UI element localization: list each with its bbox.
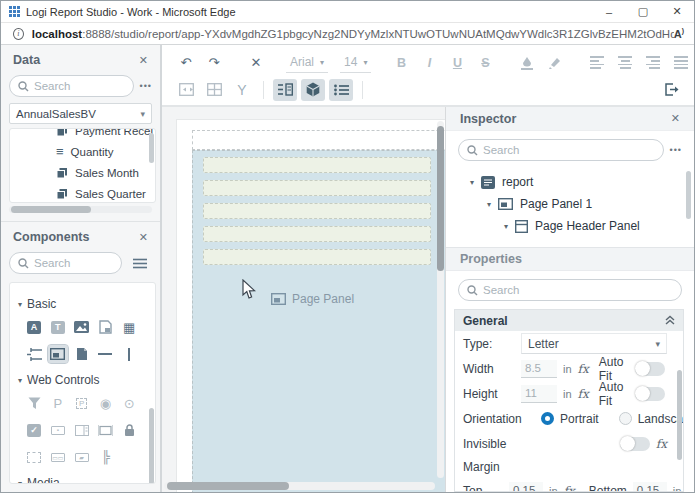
data-list-vscrollbar[interactable]	[149, 133, 154, 163]
justify-button[interactable]	[669, 52, 693, 74]
fill-color-button[interactable]	[515, 52, 539, 74]
align-center-button[interactable]	[613, 52, 637, 74]
panel-control[interactable]	[24, 448, 44, 466]
tree-node-report[interactable]: ▾ report	[446, 171, 694, 193]
maximize-button[interactable]: ▢	[626, 1, 660, 22]
data-field-quantity[interactable]: ≡ Quantity	[10, 141, 155, 162]
data-panel-close-icon[interactable]: ✕	[139, 54, 148, 67]
align-left-button[interactable]	[585, 52, 609, 74]
header-row[interactable]	[203, 249, 431, 265]
data-field-sales-quarter[interactable]: Sales Quarter	[10, 183, 155, 203]
components-menu-icon[interactable]	[128, 252, 152, 274]
radio-button-control[interactable]: ⊙	[119, 394, 139, 412]
close-window-button[interactable]: ✕	[660, 1, 694, 22]
underline-button[interactable]: U	[445, 52, 469, 74]
undo-button[interactable]: ↶	[174, 52, 198, 74]
tree-vscrollbar[interactable]	[686, 171, 691, 219]
banded-object-component[interactable]	[24, 345, 44, 363]
listbox-control[interactable]	[72, 421, 92, 439]
inspector-more-button[interactable]: •••	[670, 145, 682, 155]
page-header-band[interactable]	[192, 130, 445, 150]
canvas-vscrollbar[interactable]	[437, 121, 444, 478]
italic-button[interactable]: I	[417, 52, 441, 74]
textbox-control[interactable]: ▪	[48, 421, 68, 439]
width-autofit-toggle[interactable]	[635, 362, 665, 376]
bold-button[interactable]: B	[389, 52, 413, 74]
properties-search-input[interactable]	[458, 279, 682, 301]
fx-formula-icon[interactable]: fx	[578, 387, 589, 401]
redo-button[interactable]: ↷	[202, 52, 226, 74]
page-panel-component-selected[interactable]	[48, 345, 68, 363]
filter-button[interactable]: Y	[230, 79, 254, 101]
split-cells-button[interactable]	[202, 79, 226, 101]
strikethrough-button[interactable]: S	[473, 52, 497, 74]
type-select[interactable]: Letter ▾	[521, 333, 667, 354]
image-component[interactable]	[72, 318, 92, 336]
design-canvas[interactable]: Page Panel	[162, 107, 445, 492]
portrait-radio[interactable]	[541, 412, 554, 425]
tree-node-page-panel-1[interactable]: ▾ Page Panel 1	[446, 193, 694, 215]
general-section-header[interactable]: General	[455, 310, 683, 331]
margin-bottom-input[interactable]: 0.15	[633, 482, 667, 493]
font-size-select[interactable]: 14 ▾	[340, 53, 371, 73]
data-field-payment-received[interactable]: Payment Recei	[10, 128, 155, 141]
image-button-control[interactable]: ▰	[72, 448, 92, 466]
components-search-input[interactable]	[9, 252, 122, 274]
fx-formula-icon[interactable]: fx	[656, 437, 667, 451]
general-vscrollbar[interactable]	[677, 370, 682, 460]
landscape-radio[interactable]	[619, 412, 632, 425]
merge-cells-button[interactable]	[174, 79, 198, 101]
report-page[interactable]: Page Panel	[177, 120, 445, 492]
header-row[interactable]	[203, 203, 431, 219]
web-action-control[interactable]: ◉	[95, 394, 115, 412]
page-panel-body[interactable]: Page Panel	[192, 150, 445, 492]
section-media[interactable]: ▾ Media	[18, 476, 145, 484]
checkbox-control[interactable]: ✓	[24, 421, 44, 439]
inspector-search-input[interactable]	[458, 139, 664, 161]
data-list-hscrollbar[interactable]	[9, 206, 152, 213]
toggle-components-panel-button[interactable]	[301, 79, 325, 101]
page-component[interactable]	[72, 345, 92, 363]
parameter-control[interactable]: P	[48, 394, 68, 412]
collapse-icon[interactable]	[665, 314, 675, 328]
header-row[interactable]	[203, 226, 431, 242]
minimize-button[interactable]: –	[592, 1, 626, 22]
read-aloud-icon[interactable]: A)	[674, 27, 684, 40]
fx-formula-icon[interactable]: fx	[578, 362, 589, 376]
vertical-line-component[interactable]	[119, 345, 139, 363]
parameter-form-control[interactable]: P	[72, 394, 92, 412]
data-source-select[interactable]: AnnualSalesBV ▾	[9, 103, 152, 124]
height-input[interactable]: 11	[521, 385, 557, 403]
header-row[interactable]	[203, 157, 431, 173]
data-search-input[interactable]	[9, 75, 134, 97]
font-family-select[interactable]: Arial ▾	[286, 53, 328, 73]
inspector-close-icon[interactable]: ✕	[671, 112, 680, 125]
table-component[interactable]: ▦	[119, 318, 139, 336]
label-component[interactable]: A	[24, 318, 44, 336]
header-row[interactable]	[203, 180, 431, 196]
width-input[interactable]: 8.5	[521, 360, 557, 378]
height-autofit-toggle[interactable]	[635, 387, 665, 401]
highlight-button[interactable]	[543, 52, 567, 74]
components-panel-close-icon[interactable]: ✕	[139, 231, 148, 244]
combobox-control[interactable]	[95, 421, 115, 439]
subreport-component[interactable]	[95, 318, 115, 336]
canvas-hscrollbar[interactable]	[164, 482, 435, 490]
text-component[interactable]: T	[48, 318, 68, 336]
filter-control[interactable]	[24, 394, 44, 412]
password-control[interactable]	[119, 421, 139, 439]
horizontal-line-component[interactable]	[95, 345, 115, 363]
components-vscrollbar[interactable]	[149, 408, 154, 484]
section-web-controls[interactable]: ▾ Web Controls	[18, 373, 145, 387]
navigation-tree-control[interactable]: ╠	[95, 448, 115, 466]
align-right-button[interactable]	[641, 52, 665, 74]
button-control[interactable]: ▭▭	[48, 448, 68, 466]
toggle-inspector-panel-button[interactable]	[329, 79, 353, 101]
data-field-sales-month[interactable]: Sales Month	[10, 162, 155, 183]
toggle-data-panel-button[interactable]	[273, 79, 297, 101]
data-more-button[interactable]: •••	[140, 81, 152, 91]
url-text[interactable]: localhost:8888/studio/report/app-YXdvMgd…	[32, 28, 674, 40]
tree-node-page-header-panel[interactable]: ▾ Page Header Panel	[446, 215, 694, 237]
exit-button[interactable]	[660, 79, 684, 101]
invisible-toggle[interactable]	[620, 437, 650, 451]
